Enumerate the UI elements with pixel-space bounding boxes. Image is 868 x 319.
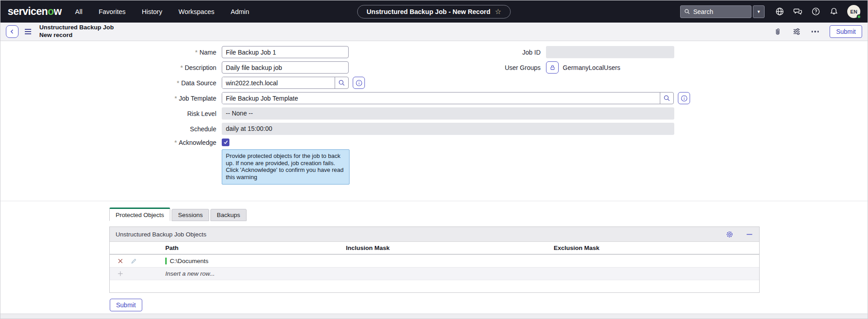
acknowledge-checkbox[interactable] xyxy=(222,139,229,146)
global-search-input[interactable] xyxy=(693,8,747,15)
nav-item-all[interactable]: All xyxy=(75,8,82,15)
field-row-job-id: Job ID xyxy=(443,46,674,58)
job-template-field xyxy=(222,92,674,104)
chevron-down-icon: ▼ xyxy=(757,9,761,14)
data-source-info-button[interactable] xyxy=(353,77,365,89)
gear-icon[interactable] xyxy=(726,231,733,238)
required-asterisk: * xyxy=(180,64,183,71)
cell-path[interactable]: C:\Documents xyxy=(162,258,342,264)
search-icon xyxy=(338,79,345,86)
global-search-box[interactable] xyxy=(680,5,751,18)
nav-right-controls: ▼ EN xyxy=(680,5,860,18)
logo-text-start: servicen xyxy=(8,5,48,17)
job-template-input[interactable] xyxy=(222,92,660,104)
field-row-data-source: *Data Source xyxy=(0,77,868,89)
column-header-exclusion-mask[interactable]: Exclusion Mask xyxy=(550,245,759,251)
info-icon xyxy=(355,79,363,87)
info-icon xyxy=(681,95,688,102)
required-asterisk: * xyxy=(195,48,198,56)
top-nav-bar: servicenow All Favorites History Workspa… xyxy=(0,0,868,23)
required-asterisk: * xyxy=(177,79,179,87)
nav-item-workspaces[interactable]: Workspaces xyxy=(178,8,215,15)
name-label: *Name xyxy=(0,48,222,56)
tab-backups[interactable]: Backups xyxy=(210,209,247,221)
user-groups-lock-button[interactable] xyxy=(546,61,559,74)
tab-sessions[interactable]: Sessions xyxy=(172,209,209,221)
more-options-icon[interactable] xyxy=(812,29,819,34)
acknowledge-label: *Acknowledge xyxy=(0,139,222,146)
risk-level-field: -- None -- xyxy=(222,107,674,120)
collapse-minus-icon[interactable] xyxy=(746,231,753,238)
description-input[interactable] xyxy=(222,61,349,74)
globe-icon[interactable] xyxy=(775,7,784,16)
record-title-line1: Unstructured Backup Job xyxy=(39,24,114,32)
job-id-label: Job ID xyxy=(443,49,546,56)
field-row-warning: Provide protected objects for the job to… xyxy=(0,149,868,185)
job-template-lookup-button[interactable] xyxy=(660,92,673,104)
edit-row-pencil-icon[interactable] xyxy=(131,258,137,264)
nav-item-admin[interactable]: Admin xyxy=(231,8,249,15)
field-row-user-groups: User Groups GermanyLocalUsers xyxy=(443,61,674,74)
data-source-label: *Data Source xyxy=(0,79,222,87)
cell-path-value: C:\Documents xyxy=(170,258,209,264)
related-list-header-icons xyxy=(726,231,753,238)
delete-row-x-icon[interactable] xyxy=(117,258,124,264)
field-row-description: *Description xyxy=(0,61,868,74)
insert-new-row[interactable]: Insert a new row... xyxy=(110,268,759,280)
tab-protected-objects[interactable]: Protected Objects xyxy=(109,208,170,221)
related-lists-section: Protected Objects Sessions Backups Unstr… xyxy=(0,201,868,311)
field-row-schedule: Schedule daily at 15:00:00 xyxy=(0,123,868,135)
form-context-menu-icon[interactable] xyxy=(24,27,32,36)
user-avatar[interactable]: EN xyxy=(847,5,860,18)
user-groups-label: User Groups xyxy=(443,64,546,71)
acknowledge-warning-message: Provide protected objects for the job to… xyxy=(222,149,350,185)
data-source-input[interactable] xyxy=(222,77,335,88)
servicenow-logo[interactable]: servicenow xyxy=(8,5,61,18)
related-list-tabs: Protected Objects Sessions Backups xyxy=(109,208,868,221)
nav-item-history[interactable]: History xyxy=(142,8,162,15)
plus-icon xyxy=(117,270,124,277)
risk-level-label: Risk Level xyxy=(0,110,222,117)
column-header-inclusion-mask[interactable]: Inclusion Mask xyxy=(342,245,550,251)
logo-green-o: o xyxy=(48,5,54,17)
record-header-actions: Submit xyxy=(774,25,862,38)
favorite-star-icon[interactable]: ☆ xyxy=(495,8,501,15)
modified-cell-marker xyxy=(165,258,167,264)
current-record-pill[interactable]: Unstructured Backup Job - New Record ☆ xyxy=(357,5,511,18)
column-header-path[interactable]: Path xyxy=(162,245,342,251)
help-icon[interactable] xyxy=(811,7,821,16)
bell-icon[interactable] xyxy=(829,7,839,16)
data-source-lookup-button[interactable] xyxy=(335,77,348,88)
record-header: Unstructured Backup Job New record Submi… xyxy=(0,23,868,41)
user-groups-value[interactable]: GermanyLocalUsers xyxy=(563,64,621,71)
current-record-pill-label: Unstructured Backup Job - New Record xyxy=(367,8,490,15)
insert-row-label: Insert a new row... xyxy=(165,270,215,277)
chat-icon[interactable] xyxy=(793,7,803,16)
schedule-label: Schedule xyxy=(0,125,222,133)
list-column-headers: Path Inclusion Mask Exclusion Mask xyxy=(110,242,759,254)
record-title-line2: New record xyxy=(39,32,114,39)
window-bottom-edge xyxy=(0,314,868,319)
checkmark-icon xyxy=(223,139,229,145)
protected-objects-panel: Unstructured Backup Job Objects Path Inc… xyxy=(109,227,760,293)
field-row-risk-level: Risk Level -- None -- xyxy=(0,107,868,120)
nav-item-favorites[interactable]: Favorites xyxy=(98,8,126,15)
job-id-field xyxy=(546,46,674,58)
paperclip-icon[interactable] xyxy=(774,28,782,36)
chevron-left-icon xyxy=(9,28,15,35)
personalize-form-sliders-icon[interactable] xyxy=(793,28,801,36)
logo-text-end: w xyxy=(54,5,61,17)
name-input[interactable] xyxy=(222,46,349,58)
record-title: Unstructured Backup Job New record xyxy=(39,24,114,39)
search-scope-dropdown[interactable]: ▼ xyxy=(753,5,765,18)
table-row: C:\Documents xyxy=(110,254,759,268)
global-search: ▼ xyxy=(680,5,765,18)
submit-button-header[interactable]: Submit xyxy=(830,25,862,38)
primary-nav: All Favorites History Workspaces Admin xyxy=(75,8,249,15)
schedule-field: daily at 15:00:00 xyxy=(222,123,674,135)
job-template-info-button[interactable] xyxy=(678,92,690,104)
field-row-name: *Name xyxy=(0,46,868,58)
submit-button-footer[interactable]: Submit xyxy=(110,299,142,311)
field-row-acknowledge: *Acknowledge xyxy=(0,138,868,146)
back-button[interactable] xyxy=(6,25,19,38)
